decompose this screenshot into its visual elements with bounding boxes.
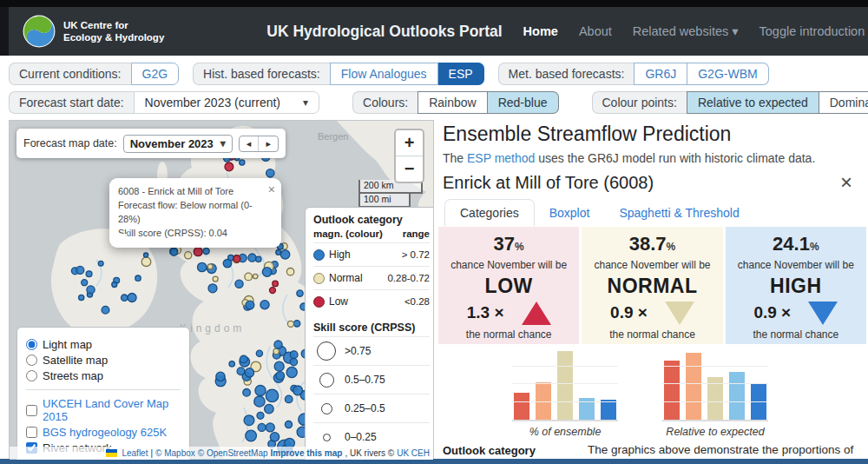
esp-method-link[interactable]: ESP method xyxy=(467,151,535,165)
light-map-radio[interactable] xyxy=(26,339,37,350)
zoom-out-button[interactable]: − xyxy=(396,156,423,182)
forecast-map[interactable]: Bergen Kingdom Forecast map date: Novemb… xyxy=(9,120,434,461)
station-marker[interactable] xyxy=(273,348,279,354)
station-marker[interactable] xyxy=(262,268,272,277)
leaflet-link[interactable]: Leaflet xyxy=(122,448,148,458)
overlay-hydrogeology[interactable]: BGS hydrogeology 625K xyxy=(26,426,181,439)
station-marker[interactable] xyxy=(260,301,269,309)
station-marker[interactable] xyxy=(82,280,88,286)
station-marker[interactable] xyxy=(293,321,299,327)
station-marker[interactable] xyxy=(274,361,284,371)
nav-toggle-introduction[interactable]: Toggle introduction xyxy=(760,24,865,38)
streets-map-radio[interactable] xyxy=(26,370,37,381)
basemap-option-satellite[interactable]: Satellite map xyxy=(26,354,181,367)
station-marker[interactable] xyxy=(286,367,297,377)
gr6j-button[interactable]: GR6J xyxy=(634,63,687,85)
station-marker[interactable] xyxy=(240,355,247,363)
tab-spaghetti-threshold[interactable]: Spaghetti & Threshold xyxy=(604,200,753,226)
nav-home[interactable]: Home xyxy=(523,24,558,38)
station-marker[interactable] xyxy=(87,286,95,294)
ukceh-logo[interactable]: UK Centre for Ecology & Hydrology xyxy=(23,15,164,48)
station-marker[interactable] xyxy=(243,389,251,397)
station-marker[interactable] xyxy=(198,262,207,271)
zoom-in-button[interactable]: + xyxy=(396,130,423,156)
hydrogeology-checkbox[interactable] xyxy=(26,427,37,438)
esp-button[interactable]: ESP xyxy=(438,63,484,85)
station-marker[interactable] xyxy=(266,423,274,432)
forecast-map-date-select[interactable]: November 2023 ▾ xyxy=(123,135,233,153)
tab-categories[interactable]: Categories xyxy=(444,199,535,226)
basemap-option-streets[interactable]: Streets map xyxy=(26,369,181,382)
station-marker[interactable] xyxy=(255,385,266,395)
station-marker[interactable] xyxy=(194,248,202,256)
overlay-landcover[interactable]: UKCEH Land Cover Map 2015 xyxy=(26,397,181,423)
station-marker[interactable] xyxy=(233,255,240,262)
nav-related-websites[interactable]: Related websites ▾ xyxy=(633,24,739,38)
prev-month-button[interactable]: ◂ xyxy=(240,136,259,151)
nav-about[interactable]: About xyxy=(579,24,612,38)
next-month-button[interactable]: ▸ xyxy=(258,136,278,151)
station-marker[interactable] xyxy=(102,306,109,314)
station-marker[interactable] xyxy=(254,396,265,407)
station-marker[interactable] xyxy=(270,288,276,294)
station-marker[interactable] xyxy=(290,358,297,365)
station-marker[interactable] xyxy=(285,421,292,428)
station-marker[interactable] xyxy=(257,412,264,419)
improve-map-link[interactable]: Improve this map xyxy=(271,448,343,458)
station-marker[interactable] xyxy=(274,341,282,348)
station-marker[interactable] xyxy=(144,253,148,257)
station-marker[interactable] xyxy=(86,271,92,277)
station-marker[interactable] xyxy=(287,321,293,327)
osm-link[interactable]: © OpenStreetMap xyxy=(198,448,268,458)
station-marker[interactable] xyxy=(266,169,274,177)
station-marker[interactable] xyxy=(237,368,245,375)
relative-to-expected-button[interactable]: Relative to expected xyxy=(687,91,819,114)
mapbox-link[interactable]: © Mapbox xyxy=(155,448,195,458)
overlay-label[interactable]: UKCEH Land Cover Map 2015 xyxy=(43,397,181,423)
overlay-label[interactable]: BGS hydrogeology 625K xyxy=(43,426,167,439)
station-marker[interactable] xyxy=(258,423,266,431)
station-marker[interactable] xyxy=(246,430,257,441)
station-marker[interactable] xyxy=(79,295,84,300)
station-marker[interactable] xyxy=(203,248,209,254)
rainbow-button[interactable]: Rainbow xyxy=(418,91,487,114)
station-marker[interactable] xyxy=(235,280,243,288)
station-marker[interactable] xyxy=(256,256,261,262)
station-marker[interactable] xyxy=(276,372,285,381)
satellite-map-radio[interactable] xyxy=(26,355,37,366)
station-marker[interactable] xyxy=(245,273,253,281)
station-marker[interactable] xyxy=(229,361,234,367)
station-marker[interactable] xyxy=(98,261,103,266)
station-marker[interactable] xyxy=(76,266,84,274)
station-marker[interactable] xyxy=(135,275,141,281)
station-marker[interactable] xyxy=(293,386,303,395)
station-marker[interactable] xyxy=(225,162,233,171)
close-icon[interactable]: × xyxy=(840,172,852,193)
red-blue-button[interactable]: Red-blue xyxy=(488,91,559,114)
station-marker[interactable] xyxy=(285,395,293,403)
station-marker[interactable] xyxy=(265,404,274,414)
station-marker[interactable] xyxy=(240,160,245,165)
station-marker[interactable] xyxy=(253,274,258,278)
popup-close-icon[interactable]: × xyxy=(268,181,275,198)
station-marker[interactable] xyxy=(245,368,253,377)
station-marker[interactable] xyxy=(185,252,192,259)
ukceh-link[interactable]: UK CEH xyxy=(397,448,430,458)
station-marker[interactable] xyxy=(213,276,218,282)
station-marker[interactable] xyxy=(273,281,279,287)
station-marker[interactable] xyxy=(297,290,303,296)
station-marker[interactable] xyxy=(256,350,262,356)
station-marker[interactable] xyxy=(216,372,225,381)
station-marker[interactable] xyxy=(223,259,232,268)
station-marker[interactable] xyxy=(207,264,213,269)
station-marker[interactable] xyxy=(290,351,298,359)
station-marker[interactable] xyxy=(286,268,293,275)
station-marker[interactable] xyxy=(244,415,254,426)
station-marker[interactable] xyxy=(141,257,151,267)
flow-analogues-button[interactable]: Flow Analogues xyxy=(330,63,438,85)
station-marker[interactable] xyxy=(208,284,217,293)
station-marker[interactable] xyxy=(276,250,281,255)
dominant-tercile-button[interactable]: Dominant tercile xyxy=(819,91,868,114)
station-marker[interactable] xyxy=(246,301,254,309)
tab-boxplot[interactable]: Boxplot xyxy=(535,200,605,226)
